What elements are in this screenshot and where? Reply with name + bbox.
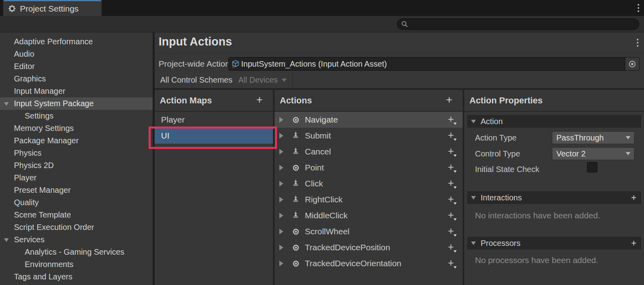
- foldout-open-icon[interactable]: [4, 102, 9, 106]
- sidebar-item[interactable]: Script Execution Order: [0, 221, 153, 234]
- action-map-label: UI: [161, 131, 169, 141]
- sidebar-item-label: Input System Package: [14, 99, 94, 108]
- action-map-row[interactable]: UI: [155, 128, 273, 144]
- foldout-closed-icon[interactable]: [279, 213, 283, 218]
- action-row[interactable]: Click +: [275, 176, 463, 192]
- devices-dropdown[interactable]: All Devices: [233, 73, 293, 87]
- sidebar-item-label: Package Manager: [14, 136, 79, 145]
- input-actions-menu-button[interactable]: [637, 39, 638, 47]
- object-picker-button[interactable]: [625, 57, 639, 70]
- sidebar-item[interactable]: Tags and Layers: [0, 271, 153, 283]
- foldout-closed-icon[interactable]: [279, 133, 283, 139]
- sidebar-item[interactable]: Analytics - Gaming Services: [0, 246, 153, 258]
- sidebar-item[interactable]: Input Manager: [0, 85, 153, 97]
- add-action-map-button[interactable]: +: [256, 95, 263, 105]
- action-row[interactable]: RightClick +: [275, 192, 463, 208]
- interactions-section-header[interactable]: Interactions +: [467, 191, 641, 204]
- sidebar-item[interactable]: Audio: [0, 48, 153, 60]
- sidebar-item[interactable]: Settings: [0, 110, 153, 122]
- foldout-open-icon: [471, 241, 476, 245]
- add-binding-button[interactable]: +: [448, 114, 454, 124]
- value-action-icon: [293, 261, 299, 267]
- control-type-dropdown[interactable]: Vector 2: [552, 147, 634, 160]
- action-type-dropdown[interactable]: PassThrough: [552, 131, 634, 144]
- action-label: Submit: [305, 131, 331, 141]
- action-label: TrackedDevicePosition: [305, 243, 390, 252]
- foldout-closed-icon[interactable]: [279, 261, 283, 266]
- asset-field-value: InputSystem_Actions (Input Action Asset): [241, 59, 625, 69]
- foldout-closed-icon[interactable]: [279, 149, 283, 154]
- action-map-row[interactable]: Player: [155, 112, 273, 128]
- initial-state-checkbox[interactable]: [587, 162, 597, 172]
- action-map-label: Player: [161, 115, 185, 125]
- foldout-closed-icon[interactable]: [279, 229, 283, 234]
- value-action-icon: [293, 165, 299, 171]
- search-box[interactable]: [397, 18, 639, 30]
- action-row[interactable]: Navigate +: [275, 112, 463, 128]
- action-row[interactable]: TrackedDeviceOrientation +: [275, 255, 463, 271]
- sidebar-item-label: Physics: [14, 148, 41, 157]
- add-binding-button[interactable]: +: [448, 162, 454, 172]
- sidebar-item[interactable]: Adaptive Performance: [0, 36, 153, 48]
- tab-project-settings[interactable]: Project Settings: [3, 0, 102, 16]
- sidebar-item[interactable]: Preset Manager: [0, 184, 153, 196]
- sidebar-item[interactable]: Environments: [0, 258, 153, 271]
- sidebar-item-label: Settings: [25, 111, 53, 120]
- action-row[interactable]: Cancel +: [275, 144, 463, 160]
- add-binding-button[interactable]: +: [448, 241, 454, 252]
- sidebar-item[interactable]: Services: [0, 234, 153, 246]
- add-action-button[interactable]: +: [446, 95, 452, 105]
- sidebar-item-label: Input Manager: [14, 87, 65, 95]
- button-action-icon: [292, 147, 299, 156]
- sidebar-item[interactable]: Physics 2D: [0, 159, 153, 172]
- action-row[interactable]: Point +: [275, 160, 463, 176]
- foldout-closed-icon[interactable]: [279, 165, 283, 170]
- sidebar-item-label: Analytics - Gaming Services: [25, 247, 124, 256]
- window-menu-button[interactable]: [638, 4, 639, 12]
- foldout-closed-icon[interactable]: [279, 117, 283, 123]
- action-row[interactable]: MiddleClick +: [275, 208, 463, 224]
- action-label: MiddleClick: [305, 211, 348, 220]
- add-binding-button[interactable]: +: [448, 257, 454, 268]
- input-action-asset-field[interactable]: {} InputSystem_Actions (Input Action Ass…: [228, 57, 640, 71]
- sidebar-item[interactable]: Memory Settings: [0, 122, 153, 135]
- foldout-open-icon[interactable]: [4, 238, 9, 242]
- sidebar-item[interactable]: Player: [0, 172, 153, 184]
- action-row[interactable]: Submit +: [275, 128, 463, 144]
- sidebar-item[interactable]: Input System Package: [0, 97, 153, 110]
- processors-label: Processors: [481, 239, 520, 248]
- foldout-closed-icon[interactable]: [279, 197, 283, 202]
- action-section-header[interactable]: Action: [467, 115, 641, 128]
- divider: [155, 53, 644, 53]
- sidebar-item-label: Graphics: [14, 74, 46, 83]
- button-action-icon: [292, 211, 299, 220]
- foldout-closed-icon[interactable]: [279, 245, 283, 250]
- search-input[interactable]: [410, 21, 635, 28]
- action-maps-title: Action Maps: [160, 95, 212, 106]
- processors-section-header[interactable]: Processors +: [467, 237, 641, 249]
- sidebar-item[interactable]: Physics: [0, 147, 153, 159]
- add-binding-button[interactable]: +: [448, 178, 454, 188]
- foldout-closed-icon[interactable]: [279, 181, 283, 186]
- initial-state-check-label: Initial State Check: [475, 165, 539, 174]
- sidebar-item-label: Script Execution Order: [14, 223, 94, 232]
- sidebar-item[interactable]: Graphics: [0, 73, 153, 85]
- add-processor-button[interactable]: +: [631, 239, 636, 248]
- action-properties-title: Action Properties: [469, 95, 542, 106]
- sidebar-item[interactable]: Editor: [0, 60, 153, 73]
- action-row[interactable]: TrackedDevicePosition +: [275, 239, 463, 255]
- add-binding-button[interactable]: +: [448, 130, 454, 140]
- panel-divider[interactable]: [273, 90, 275, 285]
- sidebar-item[interactable]: Quality: [0, 196, 153, 209]
- add-binding-button[interactable]: +: [448, 226, 454, 236]
- project-settings-window: Project Settings Adaptive Performance Au…: [0, 0, 644, 285]
- action-row[interactable]: ScrollWheel +: [275, 224, 463, 239]
- add-binding-button[interactable]: +: [448, 146, 454, 156]
- add-binding-button[interactable]: +: [448, 210, 454, 220]
- sidebar-item[interactable]: Scene Template: [0, 209, 153, 221]
- foldout-open-icon: [471, 196, 476, 200]
- chevron-down-icon: [282, 79, 287, 82]
- add-binding-button[interactable]: +: [448, 194, 454, 204]
- sidebar-item[interactable]: Package Manager: [0, 135, 153, 147]
- add-interaction-button[interactable]: +: [631, 193, 636, 202]
